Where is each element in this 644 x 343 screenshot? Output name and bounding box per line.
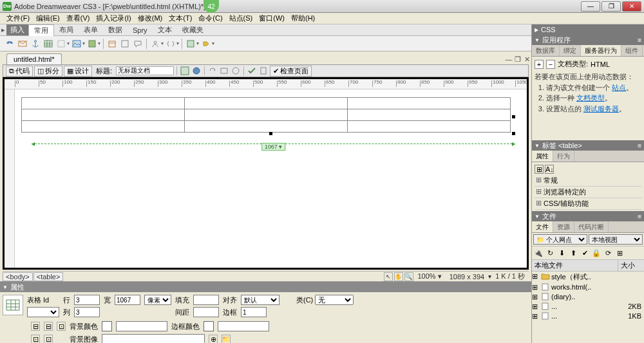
ut-icon[interactable] <box>180 66 190 76</box>
tab-bindings[interactable]: 绑定 <box>560 45 581 56</box>
cols-input[interactable] <box>74 307 100 317</box>
window-size[interactable]: 1089 x 394 <box>450 273 484 281</box>
media-icon[interactable] <box>86 38 98 50</box>
insert-tab-text[interactable]: 文本 <box>153 24 177 35</box>
get-icon[interactable]: ⬇ <box>556 248 567 258</box>
view-select[interactable]: 本地视图 <box>589 234 643 245</box>
selection-handle[interactable] <box>512 132 515 135</box>
category-view-icon[interactable]: ⊞ <box>535 165 544 174</box>
bgimage-input[interactable] <box>102 334 205 343</box>
hyperlink-icon[interactable] <box>4 38 15 50</box>
insert-tab-forms[interactable]: 表单 <box>79 24 103 35</box>
anchor-icon[interactable] <box>30 38 41 50</box>
clear-row-heights-icon[interactable]: ⊟ <box>44 322 53 331</box>
attr-category[interactable]: ⊞常规 <box>535 175 641 187</box>
dropdown-icon[interactable]: ▾ <box>67 41 70 46</box>
file-row[interactable]: ⊞works.html(.. <box>532 283 644 292</box>
table-icon[interactable] <box>43 38 54 50</box>
tab-server-behaviors[interactable]: 服务器行为 <box>581 45 621 56</box>
file-row[interactable]: ⊞style（样式.. <box>532 272 644 283</box>
title-input[interactable] <box>116 66 174 75</box>
doctype-link[interactable]: 文档类型 <box>576 94 605 102</box>
document-tab[interactable]: untitled.html* <box>6 53 62 64</box>
view-split-button[interactable]: ◫拆分 <box>34 66 62 77</box>
convert-pct2-icon[interactable]: ⊡ <box>44 335 53 343</box>
col-name[interactable]: 本地文件 <box>532 260 618 271</box>
bordercolor-input[interactable] <box>218 321 269 331</box>
dropdown-icon[interactable]: ▾ <box>82 41 85 46</box>
tab-components[interactable]: 组件 <box>621 45 643 56</box>
add-behavior-icon[interactable]: + <box>535 60 544 69</box>
tab-behaviors[interactable]: 行为 <box>553 151 574 162</box>
email-icon[interactable] <box>17 38 28 50</box>
doc-restore-icon[interactable]: ❐ <box>513 55 522 64</box>
cellpad-input[interactable] <box>193 295 219 305</box>
select-tool-icon[interactable]: ↖ <box>384 272 393 281</box>
tab-database[interactable]: 数据库 <box>532 45 560 56</box>
css-panel-header[interactable]: ▶CSS <box>532 24 644 35</box>
bgcolor-input[interactable] <box>116 321 167 331</box>
image-icon[interactable] <box>71 38 82 50</box>
dropdown-icon[interactable]: ▾ <box>98 41 100 46</box>
insert-tab-common[interactable]: 常用 <box>28 24 54 36</box>
col-size[interactable]: 大小 <box>618 260 644 271</box>
properties-header[interactable]: ▼属性 <box>0 282 531 292</box>
class-select[interactable]: 无 <box>315 295 354 305</box>
connect-icon[interactable]: 🔌 <box>533 248 544 258</box>
align-select[interactable]: 默认 <box>241 295 279 305</box>
file-row[interactable]: ⊞...2KB <box>532 302 644 311</box>
remove-behavior-icon[interactable]: − <box>546 60 555 69</box>
point-to-file-icon[interactable]: ⊕ <box>209 335 218 343</box>
doc-minimize-icon[interactable]: — <box>504 55 513 64</box>
attr-category[interactable]: ⊞CSS/辅助功能 <box>535 198 641 210</box>
menu-text[interactable]: 文本(T) <box>166 14 194 23</box>
preview-icon[interactable] <box>231 66 241 76</box>
file-row[interactable]: ⊞(diary).. <box>532 292 644 302</box>
validate-icon[interactable] <box>258 66 269 76</box>
menu-insert[interactable]: 插入记录(I) <box>93 14 133 23</box>
put-icon[interactable]: ⬆ <box>568 248 578 258</box>
site-link[interactable]: 站点 <box>612 84 626 91</box>
menu-commands[interactable]: 命令(C) <box>196 14 225 23</box>
zoom-tool-icon[interactable]: 🔍 <box>404 272 413 281</box>
cellspace-input[interactable] <box>193 307 219 317</box>
file-row[interactable]: ⊞...1KB <box>532 311 644 321</box>
clear-col-widths-icon[interactable]: ⊟ <box>31 322 40 331</box>
attr-category[interactable]: ⊞浏览器特定的 <box>535 187 641 198</box>
globe-icon[interactable] <box>191 66 202 76</box>
tag-selector-body[interactable]: <body> <box>3 272 33 281</box>
testserver-link[interactable]: 测试服务器 <box>583 105 619 113</box>
close-button[interactable]: ✕ <box>622 1 641 12</box>
convert-px-icon[interactable]: ⊡ <box>57 322 66 331</box>
checkin-icon[interactable]: 🔒 <box>591 248 601 258</box>
checkout-icon[interactable]: ✔ <box>580 248 590 258</box>
zoom-value[interactable]: 100% ▾ <box>418 272 442 281</box>
selection-handle[interactable] <box>512 115 515 118</box>
menu-file[interactable]: 文件(F) <box>4 14 32 23</box>
comment-icon[interactable] <box>132 38 144 50</box>
maximize-button[interactable]: ❐ <box>601 1 621 12</box>
server-include-icon[interactable] <box>119 38 131 50</box>
application-panel-header[interactable]: ▼应用程序≡ <box>532 35 644 45</box>
template-icon[interactable] <box>185 38 196 50</box>
tag-chooser-icon[interactable] <box>200 38 212 50</box>
insert-tab-fav[interactable]: 收藏夹 <box>177 24 209 35</box>
view-design-button[interactable]: ▦设计 <box>64 66 92 77</box>
minimize-button[interactable]: — <box>581 1 600 12</box>
menu-site[interactable]: 站点(S) <box>227 14 256 23</box>
menu-help[interactable]: 帮助(H) <box>289 14 317 23</box>
insert-tab-data[interactable]: 数据 <box>103 24 128 35</box>
check-page-button[interactable]: ✔检查页面 <box>270 66 312 77</box>
rows-input[interactable] <box>74 295 100 305</box>
canvas[interactable]: 1067 ▾ <box>15 89 527 268</box>
date-icon[interactable] <box>106 38 118 50</box>
script-icon[interactable] <box>165 38 176 50</box>
files-panel-header[interactable]: ▼文件≡ <box>532 211 644 221</box>
inserted-table[interactable] <box>21 97 511 133</box>
menu-window[interactable]: 窗口(W) <box>256 14 287 23</box>
file-mgmt-icon[interactable] <box>219 66 229 76</box>
menu-edit[interactable]: 编辑(E) <box>33 14 62 23</box>
insert-tab-spry[interactable]: Spry <box>128 26 153 35</box>
insert-tab-layout[interactable]: 布局 <box>54 24 79 35</box>
selection-handle[interactable] <box>269 132 272 135</box>
